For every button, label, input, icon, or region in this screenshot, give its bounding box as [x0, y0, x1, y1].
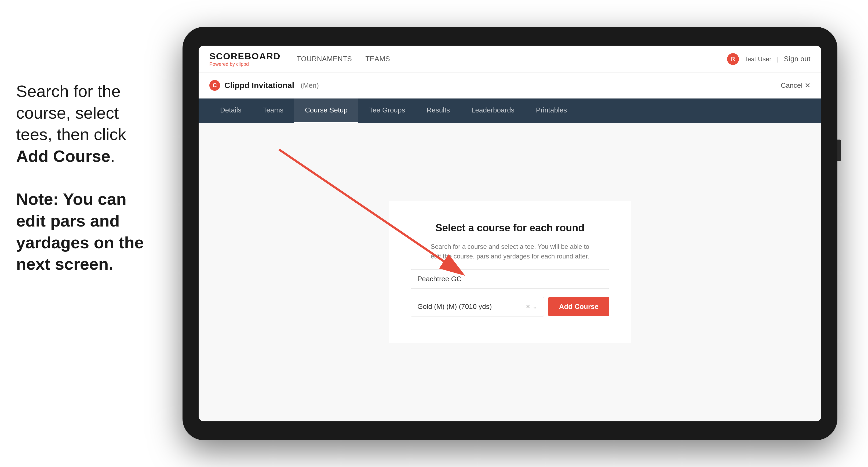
- tournament-title-row: C Clippd Invitational (Men): [209, 80, 319, 91]
- cancel-icon: ✕: [805, 81, 811, 90]
- annotation-line2: course, select: [16, 103, 119, 122]
- tab-bar: Details Teams Course Setup Tee Groups Re…: [198, 98, 821, 123]
- annotation-note4: next screen.: [16, 255, 113, 273]
- nav-tournaments[interactable]: TOURNAMENTS: [297, 55, 352, 63]
- tee-select-icons: ✕ ⌄: [526, 303, 537, 310]
- annotation-note1: Note: You can: [16, 190, 126, 208]
- tournament-sub: (Men): [301, 81, 319, 90]
- logo-title: SCOREBOARD: [209, 51, 281, 61]
- cancel-button[interactable]: Cancel ✕: [781, 81, 811, 90]
- logo-subtitle: Powered by clippd: [209, 61, 281, 67]
- sign-out-link[interactable]: Sign out: [784, 55, 811, 63]
- tee-select-dropdown[interactable]: Gold (M) (M) (7010 yds) ✕ ⌄: [411, 297, 544, 316]
- logo-area: SCOREBOARD Powered by clippd: [209, 51, 281, 67]
- annotation-note2: edit pars and: [16, 212, 120, 230]
- tab-leaderboards[interactable]: Leaderboards: [461, 98, 525, 123]
- page-wrapper: Search for the course, select tees, then…: [0, 0, 868, 467]
- top-nav: SCOREBOARD Powered by clippd TOURNAMENTS…: [198, 45, 821, 72]
- tab-details[interactable]: Details: [209, 98, 252, 123]
- tab-tee-groups[interactable]: Tee Groups: [358, 98, 416, 123]
- tablet-power-button: [837, 139, 841, 161]
- clear-icon[interactable]: ✕: [526, 303, 530, 310]
- tab-teams[interactable]: Teams: [252, 98, 294, 123]
- tee-select-row: Gold (M) (M) (7010 yds) ✕ ⌄ Add Course: [411, 297, 609, 316]
- nav-teams[interactable]: TEAMS: [365, 55, 390, 63]
- annotation-line4-bold: Add Course: [16, 147, 110, 165]
- nav-separator: |: [777, 55, 778, 63]
- add-course-label: Add Course: [559, 303, 598, 311]
- add-course-button[interactable]: Add Course: [548, 297, 609, 316]
- cancel-label: Cancel: [781, 81, 803, 90]
- chevron-icon: ⌄: [532, 303, 537, 310]
- nav-links: TOURNAMENTS TEAMS: [297, 55, 727, 63]
- tablet-screen: SCOREBOARD Powered by clippd TOURNAMENTS…: [198, 45, 821, 422]
- card-title: Select a course for each round: [435, 222, 584, 234]
- main-content: Select a course for each round Search fo…: [198, 123, 821, 422]
- left-annotation: Search for the course, select tees, then…: [16, 81, 166, 275]
- tab-printables[interactable]: Printables: [525, 98, 578, 123]
- annotation-line1: Search for the: [16, 82, 121, 100]
- card-description: Search for a course and select a tee. Yo…: [429, 242, 590, 261]
- user-label: Test User: [744, 55, 771, 63]
- course-search-input[interactable]: [411, 269, 609, 289]
- annotation-note3: yardages on the: [16, 233, 144, 252]
- tab-results[interactable]: Results: [416, 98, 461, 123]
- annotation-line3: tees, then click: [16, 125, 126, 144]
- annotation-line4-suffix: .: [110, 147, 115, 165]
- tee-select-value: Gold (M) (M) (7010 yds): [417, 303, 492, 311]
- tablet-device: SCOREBOARD Powered by clippd TOURNAMENTS…: [183, 27, 837, 440]
- clippd-icon: C: [209, 80, 220, 91]
- tournament-name: Clippd Invitational: [224, 81, 294, 90]
- course-setup-card: Select a course for each round Search fo…: [389, 201, 631, 343]
- user-avatar: R: [727, 53, 739, 65]
- nav-right: R Test User | Sign out: [727, 53, 811, 65]
- tournament-header: C Clippd Invitational (Men) Cancel ✕: [198, 72, 821, 98]
- tab-course-setup[interactable]: Course Setup: [294, 98, 358, 123]
